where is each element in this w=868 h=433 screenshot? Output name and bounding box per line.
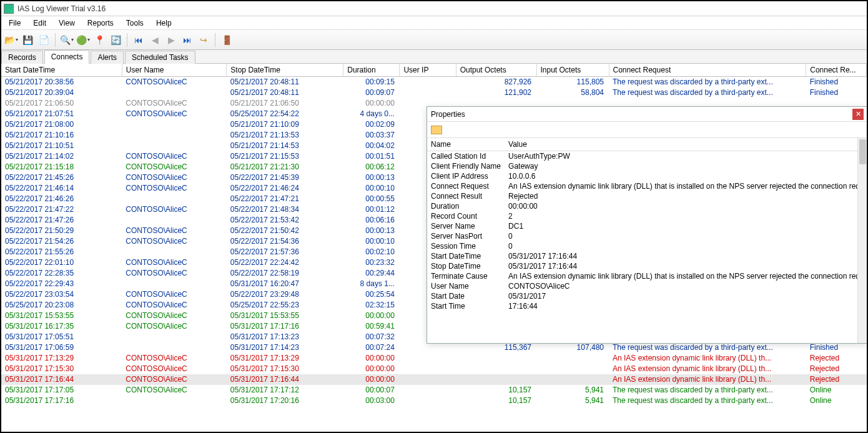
table-row[interactable]: 05/31/2017 17:17:1605/31/2017 17:20:1600… (1, 396, 867, 406)
app-icon (4, 4, 14, 14)
properties-body: Name Value Called Station IdUserAuthType… (427, 138, 867, 343)
refresh-button[interactable]: 🔄 (108, 32, 123, 47)
property-row[interactable]: Connect RequestAn IAS extension dynamic … (427, 181, 867, 191)
tab-records[interactable]: Records (1, 51, 43, 64)
save-button[interactable]: 💾 (20, 32, 35, 47)
properties-panel[interactable]: Properties ✕ Name Value Called Station I… (427, 106, 868, 344)
table-row[interactable]: 05/21/2017 20:39:0405/21/2017 20:48:1100… (1, 87, 867, 98)
property-row[interactable]: Start Date05/31/2017 (427, 291, 867, 301)
property-row[interactable]: Server NameDC1 (427, 221, 867, 231)
search-button[interactable]: 🔍 (59, 32, 74, 47)
menu-file[interactable]: File (4, 17, 26, 29)
property-row[interactable]: Start DateTime05/31/2017 17:16:44 (427, 251, 867, 261)
col-header[interactable]: User IP (400, 64, 456, 77)
tab-scheduled-tasks[interactable]: Scheduled Tasks (125, 51, 195, 64)
col-header[interactable]: Input Octets (536, 64, 609, 77)
toolbar: 📂 💾 📄 🔍 🟢 📍 🔄 ⏮ ◀ ▶ ⏭ ↪ 🚪 (1, 30, 867, 50)
filter-button[interactable]: 🟢 (76, 32, 91, 47)
table-row[interactable]: 05/31/2017 17:16:44CONTOSO\AliceC05/31/2… (1, 374, 867, 385)
menubar: FileEditViewReportsToolsHelp (1, 16, 867, 30)
table-row[interactable]: 05/21/2017 20:38:56CONTOSO\AliceC05/21/2… (1, 77, 867, 87)
window-title: IAS Log Viewer Trial v3.16 (17, 4, 106, 13)
nav-first-button[interactable]: ⏮ (131, 32, 146, 47)
scrollbar-thumb[interactable] (859, 139, 866, 164)
col-header[interactable]: Output Octets (456, 64, 536, 77)
property-row[interactable]: Client Friendly NameGateway (427, 161, 867, 171)
property-row[interactable]: Duration00:00:00 (427, 201, 867, 211)
property-row[interactable]: User NameCONTOSO\AliceC (427, 281, 867, 291)
tab-bar: RecordsConnectsAlertsScheduled Tasks (1, 50, 867, 64)
property-row[interactable]: Session Time0 (427, 241, 867, 251)
menu-help[interactable]: Help (151, 17, 177, 29)
col-header[interactable]: Start DateTime (1, 64, 122, 77)
props-col-value[interactable]: Value (505, 138, 867, 151)
properties-titlebar[interactable]: Properties ✕ (427, 107, 867, 122)
property-row[interactable]: Connect ResultRejected (427, 191, 867, 201)
nav-prev-button[interactable]: ◀ (147, 32, 162, 47)
tab-alerts[interactable]: Alerts (91, 51, 124, 64)
redo-button[interactable]: ↪ (196, 32, 211, 47)
tab-connects[interactable]: Connects (44, 50, 90, 64)
properties-title: Properties (431, 110, 465, 119)
col-header[interactable]: Duration (343, 64, 400, 77)
nav-next-button[interactable]: ▶ (164, 32, 179, 47)
property-row[interactable]: Start Time17:16:44 (427, 301, 867, 311)
property-row[interactable]: Called Station IdUserAuthType:PW (427, 151, 867, 162)
titlebar: IAS Log Viewer Trial v3.16 (1, 1, 867, 16)
menu-edit[interactable]: Edit (28, 17, 51, 29)
table-row[interactable]: 05/31/2017 17:13:29CONTOSO\AliceC05/31/2… (1, 353, 867, 364)
property-row[interactable]: Server NasPort0 (427, 231, 867, 241)
property-row[interactable]: Client IP Address10.0.0.6 (427, 171, 867, 181)
pin-button[interactable]: 📍 (92, 32, 107, 47)
table-row[interactable]: 05/31/2017 17:06:5905/31/2017 17:14:2300… (1, 342, 867, 353)
menu-reports[interactable]: Reports (82, 17, 119, 29)
table-row[interactable]: 05/31/2017 17:17:05CONTOSO\AliceC05/31/2… (1, 385, 867, 396)
property-row[interactable]: Stop DateTime05/31/2017 17:16:44 (427, 261, 867, 271)
property-row[interactable]: Terminate CauseAn IAS extension dynamic … (427, 271, 867, 281)
col-header[interactable]: Stop DateTime (227, 64, 343, 77)
table-row[interactable]: 05/31/2017 17:15:30CONTOSO\AliceC05/31/2… (1, 364, 867, 374)
close-icon[interactable]: ✕ (852, 109, 864, 120)
props-col-name[interactable]: Name (427, 138, 505, 151)
menu-view[interactable]: View (54, 17, 80, 29)
menu-tools[interactable]: Tools (121, 17, 149, 29)
properties-table: Name Value Called Station IdUserAuthType… (427, 138, 867, 311)
category-icon[interactable] (431, 126, 442, 134)
list-button[interactable]: 📄 (36, 32, 51, 47)
nav-last-button[interactable]: ⏭ (180, 32, 195, 47)
open-button[interactable]: 📂 (4, 32, 19, 47)
property-row[interactable]: Record Count2 (427, 211, 867, 221)
exit-button[interactable]: 🚪 (219, 32, 234, 47)
col-header[interactable]: User Name (122, 64, 227, 77)
scrollbar-vertical[interactable] (857, 138, 867, 343)
col-header[interactable]: Connect Re... (806, 64, 867, 77)
col-header[interactable]: Connect Request (609, 64, 806, 77)
properties-toolbar (427, 122, 867, 138)
